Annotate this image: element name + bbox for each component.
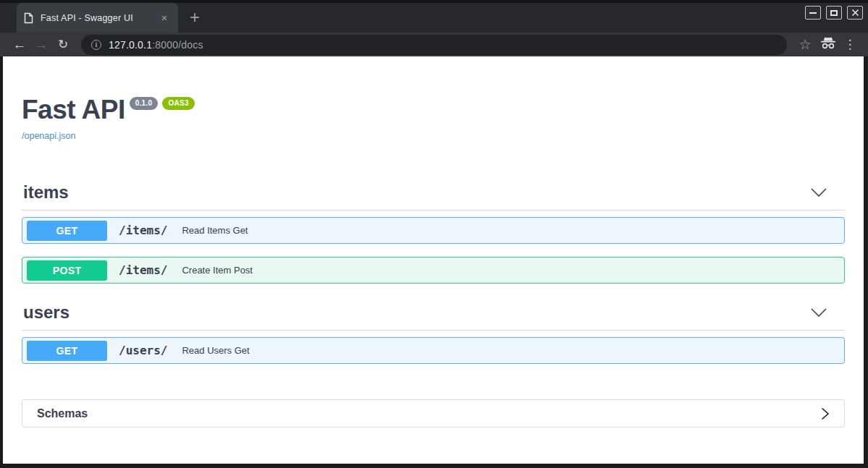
section-title: users — [23, 302, 69, 323]
operation-path: /items/ — [119, 224, 167, 237]
swagger-page: Fast API 0.1.0 OAS3 /openapi.json items … — [3, 56, 864, 464]
chevron-down-icon[interactable] — [811, 188, 827, 197]
reload-icon[interactable]: ↻ — [52, 38, 74, 51]
section-items: items GET /items/ Read Items Get POST /i… — [22, 182, 845, 284]
minimize-icon — [809, 12, 817, 14]
incognito-icon — [816, 37, 840, 52]
page-title: Fast API — [22, 96, 125, 123]
section-items-header[interactable]: items — [22, 182, 845, 210]
openapi-spec-link[interactable]: /openapi.json — [22, 131, 75, 141]
version-badge: 0.1.0 — [130, 97, 159, 110]
chevron-down-icon[interactable] — [811, 308, 827, 317]
browser-window: Fast API - Swagger UI × + ← → ↻ i 127.0.… — [0, 0, 868, 468]
bookmark-star-icon[interactable]: ☆ — [794, 36, 816, 53]
minimize-button[interactable] — [805, 6, 821, 20]
url-host: 127.0.0.1 — [109, 39, 152, 51]
chevron-right-icon[interactable] — [821, 407, 830, 420]
url-path: :8000/docs — [152, 39, 203, 51]
method-badge[interactable]: POST — [27, 260, 107, 281]
operation-summary: Read Users Get — [182, 345, 249, 356]
operation-path: /items/ — [119, 263, 167, 277]
tab-close-icon[interactable]: × — [158, 12, 171, 25]
window-controls — [805, 6, 863, 20]
close-button[interactable] — [847, 6, 863, 20]
method-badge[interactable]: GET — [27, 341, 107, 361]
api-info: Fast API 0.1.0 OAS3 — [22, 96, 845, 123]
operation-summary: Read Items Get — [182, 225, 248, 236]
browser-toolbar: ← → ↻ i 127.0.0.1:8000/docs ☆ ⋮ — [0, 33, 868, 56]
operation-summary: Create Item Post — [182, 265, 253, 276]
maximize-icon — [830, 10, 838, 16]
operation-get-items[interactable]: GET /items/ Read Items Get — [22, 217, 845, 244]
operation-get-users[interactable]: GET /users/ Read Users Get — [22, 337, 845, 364]
address-bar[interactable]: i 127.0.0.1:8000/docs — [81, 35, 787, 55]
new-tab-button[interactable]: + — [190, 9, 200, 27]
page-favicon-icon — [24, 12, 33, 24]
maximize-button[interactable] — [826, 6, 842, 20]
schemas-section[interactable]: Schemas — [22, 399, 845, 427]
forward-icon[interactable]: → — [30, 38, 52, 51]
section-users-header[interactable]: users — [22, 302, 845, 331]
tab-strip: Fast API - Swagger UI × + — [0, 0, 868, 33]
oas3-badge: OAS3 — [162, 97, 194, 110]
url-text: 127.0.0.1:8000/docs — [109, 39, 203, 51]
back-icon[interactable]: ← — [9, 38, 30, 51]
section-users: users GET /users/ Read Users Get — [22, 302, 845, 364]
tab-title: Fast API - Swagger UI — [41, 13, 158, 23]
section-title: items — [23, 182, 69, 203]
operation-post-items[interactable]: POST /items/ Create Item Post — [22, 257, 845, 284]
close-icon — [851, 9, 859, 17]
browser-menu-icon[interactable]: ⋮ — [840, 37, 859, 52]
operation-path: /users/ — [119, 344, 167, 357]
schemas-title: Schemas — [37, 407, 88, 420]
method-badge[interactable]: GET — [27, 221, 107, 241]
site-info-icon[interactable]: i — [91, 40, 101, 50]
browser-tab[interactable]: Fast API - Swagger UI × — [17, 3, 178, 33]
